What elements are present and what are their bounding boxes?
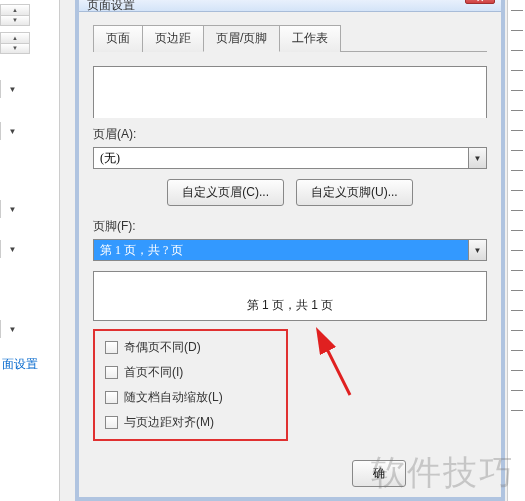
option-row-odd-even[interactable]: 奇偶页不同(D) <box>105 339 276 356</box>
option-row-align[interactable]: 与页边距对齐(M) <box>105 414 276 431</box>
ruler-tick <box>511 70 523 71</box>
spinner-up-icon[interactable]: ▲ <box>1 5 29 16</box>
checkbox-first-page[interactable] <box>105 366 118 379</box>
checkbox-align[interactable] <box>105 416 118 429</box>
chevron-down-icon[interactable]: ▼ <box>468 148 486 168</box>
ruler-tick <box>511 310 523 311</box>
dropdown-4[interactable]: ▼ <box>0 240 24 258</box>
footer-preview-text: 第 1 页，共 1 页 <box>247 297 334 314</box>
chevron-down-icon[interactable]: ▼ <box>468 240 486 260</box>
ruler-tick <box>511 250 523 251</box>
ruler-tick <box>511 230 523 231</box>
dropdown-5[interactable]: ▼ <box>0 320 24 338</box>
ruler-tick <box>511 170 523 171</box>
page-setup-dialog: 页面设置 ✕ 页面 页边距 页眉/页脚 工作表 页眉(A): ▼ 自定义页眉(C… <box>75 0 505 501</box>
left-sidebar: ▲ ▼ ▲ ▼ ▼ ▼ ▼ ▼ ▼ 面设置 <box>0 0 60 501</box>
footer-combo[interactable]: ▼ <box>93 239 487 261</box>
ruler-tick <box>511 210 523 211</box>
ruler-tick <box>511 190 523 191</box>
spinner-1[interactable]: ▲ ▼ <box>0 4 30 26</box>
ruler-tick <box>511 130 523 131</box>
page-setup-link[interactable]: 面设置 <box>2 356 38 373</box>
ok-button[interactable]: 确 <box>352 460 406 487</box>
ruler-tick <box>511 350 523 351</box>
ruler-tick <box>511 10 523 11</box>
checkbox-scale[interactable] <box>105 391 118 404</box>
dialog-titlebar: 页面设置 ✕ <box>79 0 501 12</box>
checkbox-label[interactable]: 奇偶页不同(D) <box>124 339 201 356</box>
ruler-tick <box>511 110 523 111</box>
ruler-tick <box>511 30 523 31</box>
ruler-tick <box>511 390 523 391</box>
spinner-down-icon[interactable]: ▼ <box>1 44 29 54</box>
tab-header-footer[interactable]: 页眉/页脚 <box>203 25 280 52</box>
close-icon[interactable]: ✕ <box>465 0 495 4</box>
footer-input[interactable] <box>94 240 468 260</box>
tab-strip: 页面 页边距 页眉/页脚 工作表 <box>93 24 487 52</box>
tab-sheet[interactable]: 工作表 <box>279 25 341 52</box>
spinner-2[interactable]: ▲ ▼ <box>0 32 30 54</box>
option-row-first-page[interactable]: 首页不同(I) <box>105 364 276 381</box>
checkbox-odd-even[interactable] <box>105 341 118 354</box>
header-input[interactable] <box>94 148 468 168</box>
custom-footer-button[interactable]: 自定义页脚(U)... <box>296 179 413 206</box>
tab-margins[interactable]: 页边距 <box>142 25 204 52</box>
tab-page[interactable]: 页面 <box>93 25 143 52</box>
spinner-down-icon[interactable]: ▼ <box>1 16 29 26</box>
dropdown-2[interactable]: ▼ <box>0 122 24 140</box>
dialog-title: 页面设置 <box>87 0 135 14</box>
option-row-scale[interactable]: 随文档自动缩放(L) <box>105 389 276 406</box>
ruler-tick <box>511 330 523 331</box>
ruler-tick <box>511 410 523 411</box>
dropdown-3[interactable]: ▼ <box>0 200 24 218</box>
footer-preview: 第 1 页，共 1 页 <box>93 271 487 321</box>
options-highlight-box: 奇偶页不同(D) 首页不同(I) 随文档自动缩放(L) 与页边距对齐(M) <box>93 329 288 441</box>
header-label: 页眉(A): <box>93 126 487 143</box>
right-ruler <box>507 0 525 501</box>
spinner-up-icon[interactable]: ▲ <box>1 33 29 44</box>
custom-button-row: 自定义页眉(C)... 自定义页脚(U)... <box>93 179 487 206</box>
ruler-tick <box>511 150 523 151</box>
header-preview <box>93 66 487 118</box>
ruler-tick <box>511 290 523 291</box>
ruler-tick <box>511 90 523 91</box>
ruler-tick <box>511 50 523 51</box>
checkbox-label[interactable]: 随文档自动缩放(L) <box>124 389 223 406</box>
checkbox-label[interactable]: 首页不同(I) <box>124 364 183 381</box>
header-combo[interactable]: ▼ <box>93 147 487 169</box>
dropdown-1[interactable]: ▼ <box>0 80 24 98</box>
footer-label: 页脚(F): <box>93 218 487 235</box>
custom-header-button[interactable]: 自定义页眉(C)... <box>167 179 284 206</box>
ruler-tick <box>511 370 523 371</box>
checkbox-label[interactable]: 与页边距对齐(M) <box>124 414 214 431</box>
ruler-tick <box>511 270 523 271</box>
